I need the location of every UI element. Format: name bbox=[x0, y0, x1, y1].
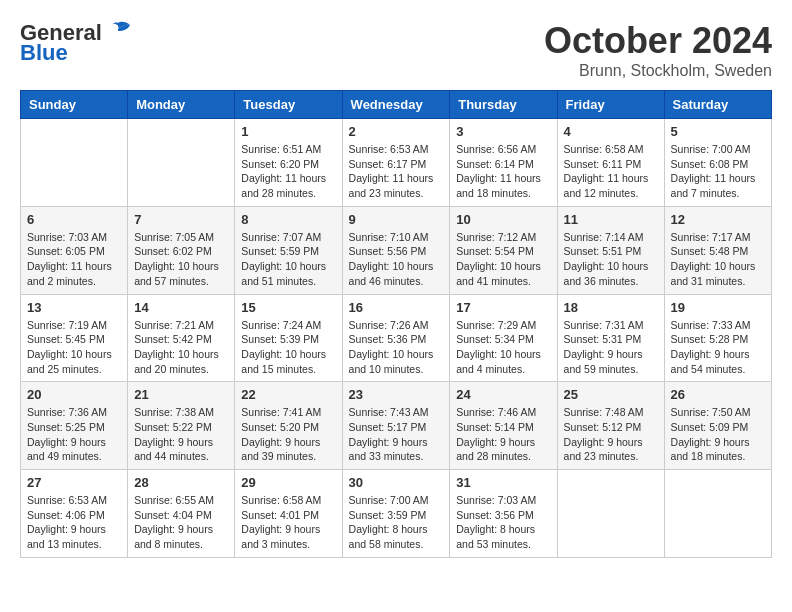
cell-content: Sunrise: 6:58 AMSunset: 6:11 PMDaylight:… bbox=[564, 142, 658, 201]
cell-content: Sunrise: 7:36 AMSunset: 5:25 PMDaylight:… bbox=[27, 405, 121, 464]
calendar-week-row: 27Sunrise: 6:53 AMSunset: 4:06 PMDayligh… bbox=[21, 470, 772, 558]
cell-content: Sunrise: 7:24 AMSunset: 5:39 PMDaylight:… bbox=[241, 318, 335, 377]
day-number: 13 bbox=[27, 300, 121, 315]
col-header-thursday: Thursday bbox=[450, 91, 557, 119]
cell-content: Sunrise: 6:55 AMSunset: 4:04 PMDaylight:… bbox=[134, 493, 228, 552]
cell-content: Sunrise: 7:14 AMSunset: 5:51 PMDaylight:… bbox=[564, 230, 658, 289]
calendar-cell: 8Sunrise: 7:07 AMSunset: 5:59 PMDaylight… bbox=[235, 206, 342, 294]
day-number: 18 bbox=[564, 300, 658, 315]
day-number: 20 bbox=[27, 387, 121, 402]
day-number: 3 bbox=[456, 124, 550, 139]
day-number: 25 bbox=[564, 387, 658, 402]
day-number: 1 bbox=[241, 124, 335, 139]
logo: General Blue bbox=[20, 20, 132, 66]
col-header-tuesday: Tuesday bbox=[235, 91, 342, 119]
day-number: 5 bbox=[671, 124, 765, 139]
calendar-cell: 29Sunrise: 6:58 AMSunset: 4:01 PMDayligh… bbox=[235, 470, 342, 558]
cell-content: Sunrise: 7:31 AMSunset: 5:31 PMDaylight:… bbox=[564, 318, 658, 377]
col-header-sunday: Sunday bbox=[21, 91, 128, 119]
calendar-week-row: 6Sunrise: 7:03 AMSunset: 6:05 PMDaylight… bbox=[21, 206, 772, 294]
day-number: 23 bbox=[349, 387, 444, 402]
calendar-cell: 26Sunrise: 7:50 AMSunset: 5:09 PMDayligh… bbox=[664, 382, 771, 470]
calendar-cell bbox=[557, 470, 664, 558]
calendar-cell: 13Sunrise: 7:19 AMSunset: 5:45 PMDayligh… bbox=[21, 294, 128, 382]
logo-blue-text: Blue bbox=[20, 40, 68, 66]
calendar-cell: 21Sunrise: 7:38 AMSunset: 5:22 PMDayligh… bbox=[128, 382, 235, 470]
day-number: 8 bbox=[241, 212, 335, 227]
day-number: 29 bbox=[241, 475, 335, 490]
col-header-friday: Friday bbox=[557, 91, 664, 119]
calendar-cell: 17Sunrise: 7:29 AMSunset: 5:34 PMDayligh… bbox=[450, 294, 557, 382]
calendar-cell: 22Sunrise: 7:41 AMSunset: 5:20 PMDayligh… bbox=[235, 382, 342, 470]
cell-content: Sunrise: 6:56 AMSunset: 6:14 PMDaylight:… bbox=[456, 142, 550, 201]
calendar-cell bbox=[21, 119, 128, 207]
day-number: 14 bbox=[134, 300, 228, 315]
calendar-cell: 2Sunrise: 6:53 AMSunset: 6:17 PMDaylight… bbox=[342, 119, 450, 207]
calendar-cell: 16Sunrise: 7:26 AMSunset: 5:36 PMDayligh… bbox=[342, 294, 450, 382]
calendar-week-row: 13Sunrise: 7:19 AMSunset: 5:45 PMDayligh… bbox=[21, 294, 772, 382]
cell-content: Sunrise: 7:19 AMSunset: 5:45 PMDaylight:… bbox=[27, 318, 121, 377]
day-number: 21 bbox=[134, 387, 228, 402]
calendar-cell: 31Sunrise: 7:03 AMSunset: 3:56 PMDayligh… bbox=[450, 470, 557, 558]
day-number: 2 bbox=[349, 124, 444, 139]
calendar-cell: 14Sunrise: 7:21 AMSunset: 5:42 PMDayligh… bbox=[128, 294, 235, 382]
cell-content: Sunrise: 7:33 AMSunset: 5:28 PMDaylight:… bbox=[671, 318, 765, 377]
cell-content: Sunrise: 7:26 AMSunset: 5:36 PMDaylight:… bbox=[349, 318, 444, 377]
day-number: 7 bbox=[134, 212, 228, 227]
calendar-cell: 23Sunrise: 7:43 AMSunset: 5:17 PMDayligh… bbox=[342, 382, 450, 470]
day-number: 28 bbox=[134, 475, 228, 490]
calendar-table: SundayMondayTuesdayWednesdayThursdayFrid… bbox=[20, 90, 772, 558]
cell-content: Sunrise: 7:00 AMSunset: 6:08 PMDaylight:… bbox=[671, 142, 765, 201]
cell-content: Sunrise: 7:07 AMSunset: 5:59 PMDaylight:… bbox=[241, 230, 335, 289]
cell-content: Sunrise: 7:05 AMSunset: 6:02 PMDaylight:… bbox=[134, 230, 228, 289]
col-header-wednesday: Wednesday bbox=[342, 91, 450, 119]
calendar-cell: 28Sunrise: 6:55 AMSunset: 4:04 PMDayligh… bbox=[128, 470, 235, 558]
col-header-monday: Monday bbox=[128, 91, 235, 119]
day-number: 30 bbox=[349, 475, 444, 490]
calendar-week-row: 1Sunrise: 6:51 AMSunset: 6:20 PMDaylight… bbox=[21, 119, 772, 207]
calendar-cell: 4Sunrise: 6:58 AMSunset: 6:11 PMDaylight… bbox=[557, 119, 664, 207]
day-number: 27 bbox=[27, 475, 121, 490]
cell-content: Sunrise: 6:53 AMSunset: 4:06 PMDaylight:… bbox=[27, 493, 121, 552]
calendar-cell: 6Sunrise: 7:03 AMSunset: 6:05 PMDaylight… bbox=[21, 206, 128, 294]
calendar-cell: 18Sunrise: 7:31 AMSunset: 5:31 PMDayligh… bbox=[557, 294, 664, 382]
day-number: 6 bbox=[27, 212, 121, 227]
col-header-saturday: Saturday bbox=[664, 91, 771, 119]
day-number: 17 bbox=[456, 300, 550, 315]
cell-content: Sunrise: 7:21 AMSunset: 5:42 PMDaylight:… bbox=[134, 318, 228, 377]
day-number: 24 bbox=[456, 387, 550, 402]
day-number: 15 bbox=[241, 300, 335, 315]
cell-content: Sunrise: 6:51 AMSunset: 6:20 PMDaylight:… bbox=[241, 142, 335, 201]
title-block: October 2024 Brunn, Stockholm, Sweden bbox=[544, 20, 772, 80]
cell-content: Sunrise: 7:17 AMSunset: 5:48 PMDaylight:… bbox=[671, 230, 765, 289]
cell-content: Sunrise: 7:41 AMSunset: 5:20 PMDaylight:… bbox=[241, 405, 335, 464]
day-number: 4 bbox=[564, 124, 658, 139]
calendar-cell: 25Sunrise: 7:48 AMSunset: 5:12 PMDayligh… bbox=[557, 382, 664, 470]
cell-content: Sunrise: 7:29 AMSunset: 5:34 PMDaylight:… bbox=[456, 318, 550, 377]
page-header: General Blue October 2024 Brunn, Stockho… bbox=[20, 20, 772, 80]
day-number: 11 bbox=[564, 212, 658, 227]
calendar-cell bbox=[664, 470, 771, 558]
month-title: October 2024 bbox=[544, 20, 772, 62]
day-number: 12 bbox=[671, 212, 765, 227]
day-number: 9 bbox=[349, 212, 444, 227]
calendar-cell: 1Sunrise: 6:51 AMSunset: 6:20 PMDaylight… bbox=[235, 119, 342, 207]
calendar-cell: 27Sunrise: 6:53 AMSunset: 4:06 PMDayligh… bbox=[21, 470, 128, 558]
cell-content: Sunrise: 7:10 AMSunset: 5:56 PMDaylight:… bbox=[349, 230, 444, 289]
cell-content: Sunrise: 7:12 AMSunset: 5:54 PMDaylight:… bbox=[456, 230, 550, 289]
calendar-cell: 7Sunrise: 7:05 AMSunset: 6:02 PMDaylight… bbox=[128, 206, 235, 294]
calendar-cell: 19Sunrise: 7:33 AMSunset: 5:28 PMDayligh… bbox=[664, 294, 771, 382]
cell-content: Sunrise: 7:48 AMSunset: 5:12 PMDaylight:… bbox=[564, 405, 658, 464]
cell-content: Sunrise: 7:00 AMSunset: 3:59 PMDaylight:… bbox=[349, 493, 444, 552]
calendar-cell bbox=[128, 119, 235, 207]
day-number: 16 bbox=[349, 300, 444, 315]
day-number: 22 bbox=[241, 387, 335, 402]
cell-content: Sunrise: 7:43 AMSunset: 5:17 PMDaylight:… bbox=[349, 405, 444, 464]
location-subtitle: Brunn, Stockholm, Sweden bbox=[544, 62, 772, 80]
calendar-cell: 24Sunrise: 7:46 AMSunset: 5:14 PMDayligh… bbox=[450, 382, 557, 470]
calendar-cell: 20Sunrise: 7:36 AMSunset: 5:25 PMDayligh… bbox=[21, 382, 128, 470]
cell-content: Sunrise: 6:53 AMSunset: 6:17 PMDaylight:… bbox=[349, 142, 444, 201]
calendar-week-row: 20Sunrise: 7:36 AMSunset: 5:25 PMDayligh… bbox=[21, 382, 772, 470]
day-number: 19 bbox=[671, 300, 765, 315]
day-number: 26 bbox=[671, 387, 765, 402]
